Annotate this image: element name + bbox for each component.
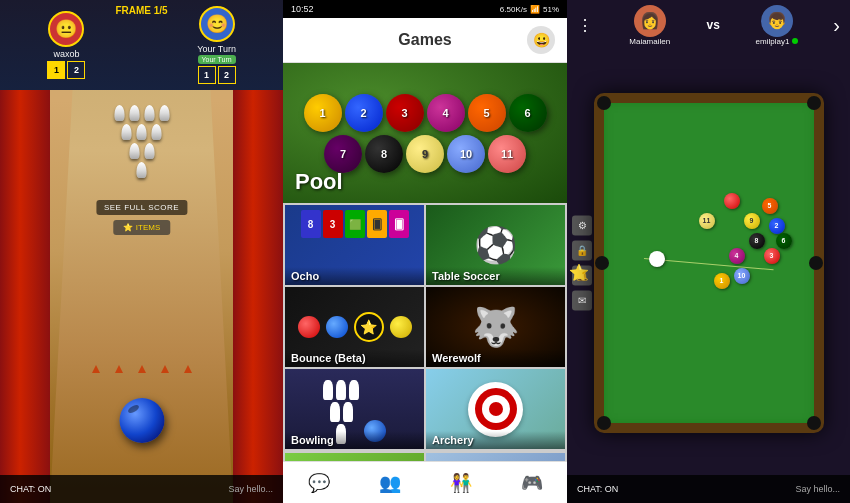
- nav-groups[interactable]: 👫: [442, 468, 480, 498]
- say-hello-input[interactable]: Say hello...: [228, 484, 273, 494]
- ball-orange: 5: [762, 198, 778, 214]
- cue-ball: [649, 251, 665, 267]
- pins-row-3: [129, 143, 154, 159]
- bowling-game-panel: SEE FULL SCORE ⭐ ITEMS FRAME 1/5 😐 waxob…: [0, 0, 283, 503]
- pool-bottom-bar: CHAT: ON Say hello...: [567, 475, 850, 503]
- pocket-bottom-left: [597, 416, 611, 430]
- arrow-5: [184, 365, 192, 373]
- pin-2: [129, 105, 139, 121]
- arrow-2: [115, 365, 123, 373]
- pool-say-hello[interactable]: Say hello...: [795, 484, 840, 494]
- pin-5: [122, 124, 132, 140]
- pool-ball-2: 2: [345, 94, 383, 132]
- table-soccer-tile[interactable]: ⚽ Table Soccer: [426, 205, 565, 285]
- archery-tile[interactable]: Archery: [426, 369, 565, 449]
- side-icon-4[interactable]: ✉: [572, 290, 592, 310]
- ocho-visual: 8 3 🟩 🂠 🂠: [285, 205, 424, 243]
- table-soccer-label: Table Soccer: [426, 267, 565, 285]
- pocket-top-left: [597, 96, 611, 110]
- ball-red-1: [724, 193, 740, 209]
- ball-purple: 4: [729, 248, 745, 264]
- mini-pin-3: [349, 380, 359, 400]
- mini-pin-5: [343, 402, 353, 422]
- games-nav-icon: 🎮: [521, 472, 543, 494]
- pin-6: [137, 124, 147, 140]
- player2-name: Your Turn: [197, 44, 236, 54]
- bowling-label: Bowling: [285, 431, 424, 449]
- pool-menu-button[interactable]: ⋮: [577, 16, 593, 35]
- golf-visual: ⛳ GOLF!: [285, 453, 424, 461]
- archery-label: Archery: [426, 431, 565, 449]
- bounce-ball-blue: [326, 316, 348, 338]
- player2-score2: 2: [218, 66, 236, 84]
- vs-label: vs: [706, 18, 719, 32]
- pin-3: [144, 105, 154, 121]
- ocho-tile[interactable]: 8 3 🟩 🂠 🂠 Ocho: [285, 205, 424, 285]
- lane-arrows: [92, 365, 192, 373]
- ball-lt-blue: 10: [734, 268, 750, 284]
- user-status-icon[interactable]: 😀: [527, 26, 555, 54]
- bowling-pins: [114, 105, 169, 178]
- target-inner: [475, 388, 517, 430]
- pool-header: ⋮ 👩 Maiamailen vs 👦 emilplay1 ›: [567, 0, 850, 50]
- bottom-nav: 💬 👥 👫 🎮: [283, 461, 567, 503]
- bounce-ball-red: [298, 316, 320, 338]
- nav-games[interactable]: 🎮: [513, 468, 551, 498]
- werewolf-tile[interactable]: 🐺 Werewolf: [426, 287, 565, 367]
- pins-row-4: [137, 162, 147, 178]
- golf-tile[interactable]: ⛳ GOLF!: [285, 453, 424, 461]
- wifi-icon: 📶: [530, 5, 540, 14]
- pool-ball-10: 10: [447, 135, 485, 173]
- pin-10: [137, 162, 147, 178]
- bowling-tile[interactable]: Bowling: [285, 369, 424, 449]
- side-icon-1[interactable]: ⚙: [572, 215, 592, 235]
- player1-info: 😐 waxob 1 2: [5, 11, 128, 79]
- city-tile[interactable]: 🏙️: [426, 453, 565, 461]
- star-icon: ⭐: [123, 223, 133, 232]
- frame-info: FRAME 1/5: [115, 5, 167, 16]
- bowling-bottom-bar: CHAT: ON Say hello...: [0, 475, 283, 503]
- arrow-3: [138, 365, 146, 373]
- pool-ball-4: 4: [427, 94, 465, 132]
- ball-green: 6: [776, 233, 792, 249]
- bounce-tile[interactable]: ⭐ Bounce (Beta): [285, 287, 424, 367]
- bowling-header: FRAME 1/5 😐 waxob 1 2 😊 Your Turn Your T…: [0, 0, 283, 90]
- pool-ball-7: 7: [324, 135, 362, 173]
- people-nav-icon: 👥: [379, 472, 401, 494]
- pin-7: [152, 124, 162, 140]
- pool-player1-name: Maiamailen: [629, 37, 670, 46]
- ball-red-2: 3: [764, 248, 780, 264]
- side-icon-2[interactable]: 🔒: [572, 240, 592, 260]
- pin-8: [129, 143, 139, 159]
- pool-forward-arrow[interactable]: ›: [833, 14, 840, 37]
- chat-nav-icon: 💬: [308, 472, 330, 494]
- pool-featured-card[interactable]: 1 2 3 4 5 6 7 8 9 10 11 Pool: [283, 63, 567, 203]
- pool-player2: 👦 emilplay1: [728, 5, 825, 46]
- games-menu-panel: 10:52 6.50K/s 📶 51% Games 😀 1 2 3 4 5 6 …: [283, 0, 567, 503]
- star-icon: ⭐: [569, 263, 589, 282]
- pins-row-2: [122, 124, 162, 140]
- pool-game-panel: ⋮ 👩 Maiamailen vs 👦 emilplay1 › ⚙ 🔒 🔔 ✉: [567, 0, 850, 503]
- ball-blue: 2: [769, 218, 785, 234]
- items-button[interactable]: ⭐ ITEMS: [113, 220, 170, 235]
- mini-pin-4: [330, 402, 340, 422]
- player2-info: 😊 Your Turn Your Turn 1 2: [155, 6, 278, 84]
- groups-nav-icon: 👫: [450, 472, 472, 494]
- chat-status: CHAT: ON: [10, 484, 51, 494]
- player2-avatar: 😊: [199, 6, 235, 42]
- archery-target: [468, 382, 523, 437]
- soccer-ball-icon: ⚽: [474, 225, 518, 266]
- player2-score1: 1: [198, 66, 216, 84]
- see-full-score-button[interactable]: SEE FULL SCORE: [96, 200, 187, 215]
- pocket-bottom-right: [807, 416, 821, 430]
- ocho-card-1: 8: [301, 210, 321, 238]
- ball-stripe: 11: [699, 213, 715, 229]
- ball-gold: 1: [714, 273, 730, 289]
- player1-name: waxob: [53, 49, 79, 59]
- nav-people[interactable]: 👥: [371, 468, 409, 498]
- ocho-label: Ocho: [285, 267, 424, 285]
- player2-scores: 1 2: [198, 66, 236, 84]
- pocket-top-right: [807, 96, 821, 110]
- pool-table: 9 5 2 8 4 3 6 1 10 11: [594, 93, 824, 433]
- nav-chat[interactable]: 💬: [300, 468, 338, 498]
